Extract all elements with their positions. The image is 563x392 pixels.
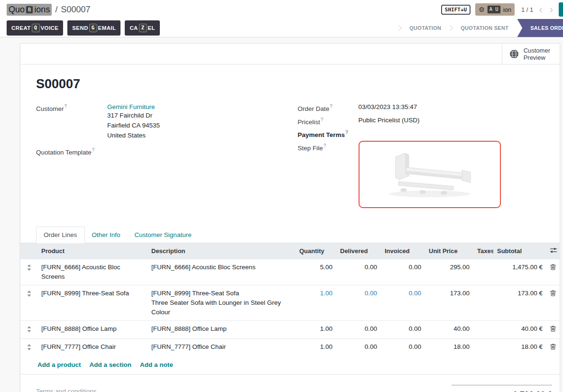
customer-preview-button[interactable]: Customer Preview: [502, 44, 560, 64]
cell-invoiced[interactable]: 0.00: [381, 338, 425, 356]
pager-next-icon[interactable]: ›: [548, 5, 554, 14]
quotation-template-label: Quotation Template?: [36, 147, 107, 156]
table-row: [FURN_6666] Acoustic Bloc Screens [FURN_…: [20, 259, 561, 285]
cell-taxes[interactable]: [473, 285, 493, 320]
address-line: 317 Fairchild Dr: [107, 110, 160, 120]
cell-quantity[interactable]: 5.00: [295, 259, 336, 285]
cell-product[interactable]: [FURN_8999] Three-Seat Sofa: [37, 285, 148, 320]
cell-delivered[interactable]: 0.00: [336, 320, 381, 338]
field-payment-terms: Payment Terms?: [298, 129, 545, 138]
cell-quantity[interactable]: 1.00: [295, 338, 336, 356]
order-date-value[interactable]: 03/03/2023 13:35:47: [359, 103, 417, 110]
cell-quantity[interactable]: 1.00: [295, 320, 336, 338]
cancel-button[interactable]: CAZEL: [125, 20, 160, 35]
drag-handle-icon: [27, 344, 31, 350]
create-invoice-label-start: CREAT: [11, 25, 31, 31]
breadcrumb: QuoBions / S00007: [7, 4, 90, 16]
cell-subtotal: 173.00 €: [493, 285, 546, 320]
cell-invoiced[interactable]: 0.00: [381, 285, 425, 320]
field-column-left: Customer? Gemini Furniture 317 Fairchild…: [36, 103, 290, 212]
breadcrumb-current: S00007: [61, 5, 90, 15]
address-line: United States: [107, 130, 160, 140]
pricelist-value[interactable]: Public Pricelist (USD): [359, 117, 420, 124]
drag-handle[interactable]: [20, 259, 37, 285]
drag-handle[interactable]: [20, 338, 37, 356]
optional-columns-button[interactable]: [546, 243, 561, 259]
cell-taxes[interactable]: [473, 320, 493, 338]
step-file-3d-preview: [378, 148, 482, 201]
tab-other-info[interactable]: Other Info: [85, 227, 128, 243]
tab-order-lines[interactable]: Order Lines: [36, 227, 85, 243]
header-product: Product: [37, 243, 148, 259]
pager-counter: 1 / 1: [521, 6, 533, 13]
cell-unit-price[interactable]: 295.00: [425, 259, 473, 285]
tab-customer-signature[interactable]: Customer Signature: [128, 227, 199, 243]
cell-delivered[interactable]: 0.00: [336, 285, 381, 320]
cell-taxes[interactable]: [473, 338, 493, 356]
drag-handle[interactable]: [20, 320, 37, 338]
cancel-label-start: CA: [129, 25, 138, 31]
delete-row-button[interactable]: [546, 259, 561, 285]
control-panel: CREATQVOICE SENDGEMAIL CAZEL QUOTATION Q…: [0, 19, 563, 37]
add-a-product-link[interactable]: Add a product: [37, 361, 81, 368]
cell-invoiced[interactable]: 0.00: [381, 320, 425, 338]
pager-previous-icon[interactable]: ‹: [538, 5, 544, 14]
cell-description[interactable]: [FURN_6666] Acoustic Bloc Screens: [148, 259, 295, 285]
cell-quantity[interactable]: 1.00: [295, 285, 336, 320]
status-step-quotation[interactable]: QUOTATION: [401, 19, 450, 37]
trash-icon: [550, 326, 556, 332]
breadcrumb-parent-text-end: ions: [34, 5, 50, 14]
action-menu-button[interactable]: ⚙ A U ion: [475, 3, 515, 15]
gear-icon: ⚙: [479, 6, 485, 13]
header-unit-price: Unit Price: [425, 243, 473, 259]
breadcrumb-quotations[interactable]: QuoBions: [7, 4, 52, 16]
sliders-icon: [550, 247, 557, 253]
field-quotation-template: Quotation Template?: [36, 147, 290, 156]
cell-description[interactable]: [FURN_8999] Three-Seat Sofa Three Seater…: [148, 285, 295, 320]
delete-row-button[interactable]: [546, 338, 561, 356]
step-file-image[interactable]: [359, 141, 501, 208]
drag-handle[interactable]: [20, 285, 37, 320]
address-line: Fairfield CA 94535: [107, 120, 160, 130]
order-lines-table: Product Description Quantity Delivered I…: [20, 243, 561, 356]
terms-and-conditions-field[interactable]: Terms and conditions...: [36, 388, 102, 392]
cell-product[interactable]: [FURN_8888] Office Lamp: [37, 320, 148, 338]
field-customer: Customer? Gemini Furniture 317 Fairchild…: [36, 103, 290, 140]
cell-product[interactable]: [FURN_6666] Acoustic Bloc Screens: [37, 259, 148, 285]
topbar-right-cluster: SHIFT+U ⚙ A U ion 1 / 1 ‹ › C: [441, 2, 563, 17]
cell-delivered[interactable]: 0.00: [336, 259, 381, 285]
cancel-label-end: EL: [148, 25, 156, 31]
delete-row-button[interactable]: [546, 285, 561, 320]
step-file-value: [359, 143, 501, 208]
create-button[interactable]: C: [559, 2, 563, 17]
add-a-note-link[interactable]: Add a note: [140, 361, 173, 368]
breadcrumb-parent-text-start: Quo: [9, 5, 25, 14]
payment-terms-label: Payment Terms?: [298, 129, 359, 138]
hotkey-badge-shift-u: SHIFT+U: [441, 5, 471, 15]
customer-link[interactable]: Gemini Furniture: [107, 103, 155, 110]
customer-address: 317 Fairchild Dr Fairfield CA 94535 Unit…: [107, 110, 160, 140]
table-row: [FURN_8888] Office Lamp [FURN_8888] Offi…: [20, 320, 561, 338]
status-step-sales-order[interactable]: SALES ORDER: [517, 19, 563, 37]
drag-handle-icon: [27, 264, 31, 271]
handle-column-header: [20, 243, 37, 259]
hotkey-badge-create-invoice: Q: [32, 24, 40, 32]
sale-order-sheet: Customer Preview S00007 Customer? Gemini…: [20, 43, 560, 392]
cell-unit-price[interactable]: 173.00: [425, 285, 473, 320]
delete-row-button[interactable]: [546, 320, 561, 338]
add-a-section-link[interactable]: Add a section: [90, 361, 132, 368]
cell-description[interactable]: [FURN_7777] Office Chair: [148, 338, 295, 356]
create-invoice-button[interactable]: CREATQVOICE: [7, 20, 63, 35]
cell-taxes[interactable]: [473, 259, 493, 285]
cell-unit-price[interactable]: 18.00: [425, 338, 473, 356]
cell-product[interactable]: [FURN_7777] Office Chair: [37, 338, 148, 356]
total-value: 1,706.00 €: [513, 390, 552, 392]
cell-unit-price[interactable]: 40.00: [425, 320, 473, 338]
field-step-file: Step File?: [298, 143, 545, 208]
status-step-quotation-sent[interactable]: QUOTATION SENT: [452, 19, 517, 37]
cell-subtotal: 40.00 €: [493, 320, 546, 338]
cell-description[interactable]: [FURN_8888] Office Lamp: [148, 320, 295, 338]
cell-invoiced[interactable]: 0.00: [381, 259, 425, 285]
cell-delivered[interactable]: 0.00: [336, 338, 381, 356]
send-email-button[interactable]: SENDGEMAIL: [67, 20, 120, 35]
